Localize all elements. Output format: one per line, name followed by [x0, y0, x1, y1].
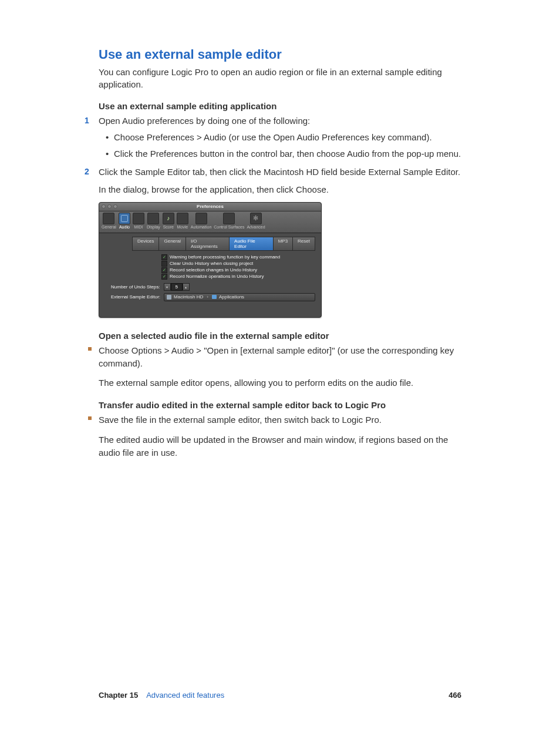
control-surfaces-icon — [223, 213, 235, 224]
score-icon — [163, 213, 174, 224]
check-warning-label: Warning before processing function by ke… — [170, 254, 280, 260]
gear-icon — [250, 213, 262, 224]
step-1-bullet-1: •Choose Preferences > Audio (or use the … — [106, 131, 461, 144]
check-clear-undo[interactable]: Clear Undo History when closing project — [161, 261, 315, 267]
automation-icon — [195, 213, 207, 224]
stepper-up-icon[interactable]: ▴ — [183, 283, 190, 291]
transfer-item-text: Save the file in the external sample edi… — [99, 415, 382, 425]
toolbar-display-label: Display — [147, 225, 160, 229]
step-1: 1 Open Audio preferences by doing one of… — [99, 115, 461, 160]
subheading-use-app: Use an external sample editing applicati… — [99, 101, 461, 111]
checkbox-icon: ✓ — [161, 267, 167, 273]
toolbar-automation-label: Automation — [191, 225, 211, 229]
stepper-down-icon[interactable]: ▾ — [164, 283, 171, 291]
step-2-followup: In the dialog, browse for the applicatio… — [99, 183, 461, 196]
toolbar-midi-label: MIDI — [134, 225, 143, 229]
step-2-text: Click the Sample Editor tab, then click … — [99, 167, 460, 177]
zoom-icon[interactable] — [113, 204, 117, 209]
transfer-item: Save the file in the external sample edi… — [99, 413, 461, 426]
minimize-icon[interactable] — [107, 204, 112, 209]
general-icon — [103, 213, 114, 224]
path-segment-apps: Applications — [219, 294, 244, 300]
audio-icon — [119, 213, 130, 224]
midi-icon — [133, 213, 144, 224]
external-editor-row: External Sample Editor: Macintosh HD App… — [111, 293, 315, 301]
checkbox-group: ✓Warning before processing function by k… — [161, 254, 315, 280]
toolbar-movie[interactable]: Movie — [177, 213, 188, 229]
bullet-dot-icon: • — [106, 147, 109, 160]
checkbox-icon: ✓ — [161, 274, 167, 280]
toolbar-score-label: Score — [163, 225, 174, 229]
subtab-reset[interactable]: Reset — [292, 237, 315, 251]
subheading-transfer: Transfer audio edited in the external sa… — [99, 400, 461, 410]
open-file-follow: The external sample editor opens, allowi… — [99, 376, 461, 389]
step-1-bullet-2-text: Click the Preferences button in the cont… — [114, 149, 461, 159]
step-1-bullet-2: •Click the Preferences button in the con… — [106, 147, 461, 160]
toolbar-display[interactable]: Display — [147, 213, 160, 229]
subtab-audio-file-editor[interactable]: Audio File Editor — [229, 237, 273, 251]
undo-steps-stepper[interactable]: ▾ 5 ▴ — [164, 283, 190, 291]
undo-steps-row: Number of Undo Steps: ▾ 5 ▴ — [111, 283, 315, 291]
path-segment-hd: Macintosh HD — [174, 294, 203, 300]
undo-steps-value: 5 — [171, 283, 183, 291]
page-footer: Chapter 15 Advanced edit features 466 — [99, 691, 461, 700]
bullet-dot-icon: • — [106, 131, 109, 144]
undo-steps-label: Number of Undo Steps: — [111, 284, 160, 290]
subtab-devices[interactable]: Devices — [132, 237, 158, 251]
prefs-toolbar: General Audio MIDI Display Score Movie A… — [99, 211, 321, 233]
check-record-selection-label: Record selection changes in Undo History — [170, 267, 257, 273]
toolbar-midi[interactable]: MIDI — [133, 213, 144, 229]
movie-icon — [177, 213, 188, 224]
subtab-mp3[interactable]: MP3 — [273, 237, 292, 251]
subtab-io[interactable]: I/O Assignments — [185, 237, 229, 251]
square-bullet-icon — [88, 347, 92, 351]
subtab-general[interactable]: General — [158, 237, 185, 251]
toolbar-movie-label: Movie — [177, 225, 188, 229]
check-record-selection[interactable]: ✓Record selection changes in Undo Histor… — [161, 267, 315, 273]
harddrive-icon — [167, 295, 171, 300]
open-file-item-text: Choose Options > Audio > "Open in [exter… — [99, 345, 454, 368]
check-record-normalize[interactable]: ✓Record Normalize operations in Undo His… — [161, 274, 315, 280]
check-record-normalize-label: Record Normalize operations in Undo Hist… — [170, 274, 264, 279]
folder-icon — [212, 295, 217, 299]
toolbar-score[interactable]: Score — [163, 213, 174, 229]
external-editor-label: External Sample Editor: — [111, 294, 160, 300]
traffic-lights[interactable] — [102, 204, 117, 209]
window-titlebar: Preferences — [99, 203, 321, 211]
checkbox-icon: ✓ — [161, 254, 167, 260]
subheading-open-file: Open a selected audio file in the extern… — [99, 331, 461, 341]
footer-chapter: Chapter 15 — [99, 691, 138, 700]
prefs-subtabs: Devices General I/O Assignments Audio Fi… — [132, 237, 315, 251]
toolbar-advanced-label: Advanced — [247, 225, 265, 229]
toolbar-general[interactable]: General — [102, 213, 116, 229]
footer-chapter-name: Advanced edit features — [146, 691, 224, 700]
toolbar-control-surfaces[interactable]: Control Surfaces — [214, 213, 244, 229]
step-1-bullet-1-text: Choose Preferences > Audio (or use the O… — [114, 132, 432, 142]
footer-page-number: 466 — [448, 691, 461, 700]
chevron-right-icon — [205, 294, 210, 300]
step-1-text: Open Audio preferences by doing one of t… — [99, 116, 310, 126]
section-heading: Use an external sample editor — [99, 47, 461, 62]
check-warning[interactable]: ✓Warning before processing function by k… — [161, 254, 315, 260]
toolbar-control-surfaces-label: Control Surfaces — [214, 225, 244, 229]
preferences-window: Preferences General Audio MIDI Display S… — [99, 202, 322, 318]
toolbar-general-label: General — [102, 225, 116, 229]
step-number: 1 — [85, 115, 89, 126]
checkbox-icon — [161, 261, 167, 267]
toolbar-automation[interactable]: Automation — [191, 213, 211, 229]
toolbar-audio-label: Audio — [119, 225, 130, 229]
toolbar-advanced[interactable]: Advanced — [247, 213, 265, 229]
transfer-follow: The edited audio will be updated in the … — [99, 433, 461, 459]
display-icon — [147, 213, 159, 224]
step-2: 2 Click the Sample Editor tab, then clic… — [99, 166, 461, 196]
intro-paragraph: You can configure Logic Pro to open an a… — [99, 66, 461, 90]
toolbar-audio[interactable]: Audio — [119, 213, 130, 229]
window-title: Preferences — [197, 204, 224, 209]
square-bullet-icon — [88, 416, 92, 420]
check-clear-undo-label: Clear Undo History when closing project — [170, 261, 253, 266]
step-number: 2 — [85, 166, 89, 177]
open-file-item: Choose Options > Audio > "Open in [exter… — [99, 344, 461, 370]
external-editor-path[interactable]: Macintosh HD Applications — [164, 293, 315, 301]
close-icon[interactable] — [102, 204, 106, 209]
